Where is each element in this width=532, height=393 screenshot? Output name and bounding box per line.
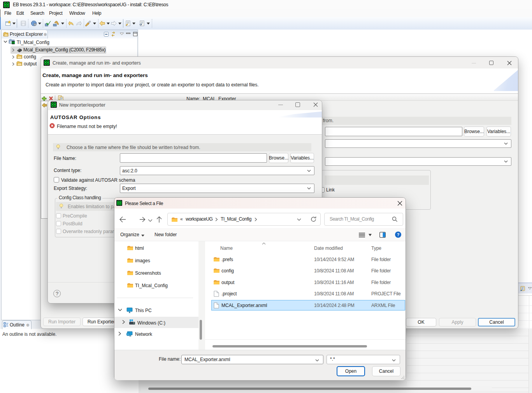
svg-text:EB: EB [12, 41, 15, 44]
